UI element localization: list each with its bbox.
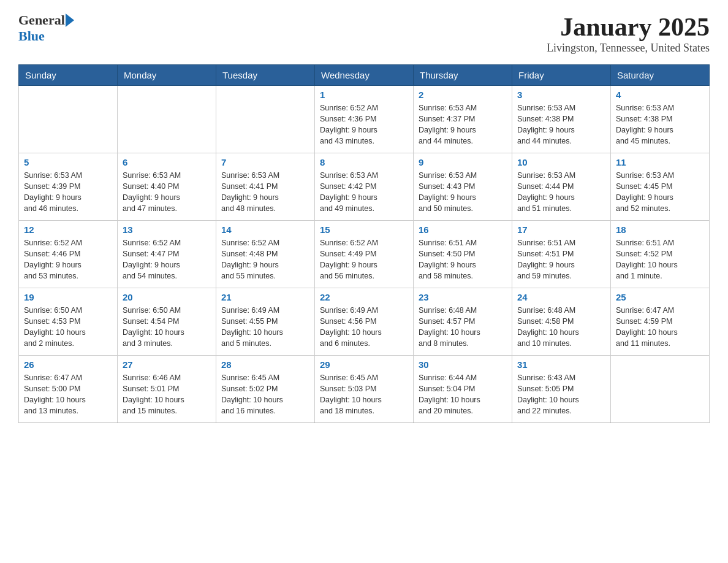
day-number: 6 <box>123 157 211 167</box>
day-info: Sunrise: 6:51 AM Sunset: 4:50 PM Dayligh… <box>419 237 507 282</box>
day-info: Sunrise: 6:49 AM Sunset: 4:55 PM Dayligh… <box>221 305 309 350</box>
calendar-cell: 4Sunrise: 6:53 AM Sunset: 4:38 PM Daylig… <box>611 86 710 153</box>
calendar-cell: 9Sunrise: 6:53 AM Sunset: 4:43 PM Daylig… <box>414 153 512 221</box>
day-info: Sunrise: 6:53 AM Sunset: 4:40 PM Dayligh… <box>123 170 211 215</box>
calendar-cell: 22Sunrise: 6:49 AM Sunset: 4:56 PM Dayli… <box>315 288 414 356</box>
day-number: 25 <box>616 292 704 302</box>
day-number: 30 <box>419 359 507 370</box>
day-info: Sunrise: 6:50 AM Sunset: 4:53 PM Dayligh… <box>24 305 112 350</box>
calendar-cell <box>611 356 710 423</box>
calendar-cell <box>19 86 118 153</box>
day-number: 2 <box>419 90 507 100</box>
day-info: Sunrise: 6:45 AM Sunset: 5:02 PM Dayligh… <box>221 372 309 417</box>
day-number: 29 <box>320 359 408 370</box>
weekday-header-monday: Monday <box>118 65 216 86</box>
day-number: 8 <box>320 157 408 167</box>
day-number: 23 <box>419 292 507 302</box>
day-info: Sunrise: 6:53 AM Sunset: 4:39 PM Dayligh… <box>24 170 112 215</box>
logo-arrow-icon <box>66 13 74 27</box>
day-number: 21 <box>221 292 309 302</box>
weekday-header-sunday: Sunday <box>19 65 118 86</box>
calendar-cell: 30Sunrise: 6:44 AM Sunset: 5:04 PM Dayli… <box>414 356 512 423</box>
day-info: Sunrise: 6:47 AM Sunset: 5:00 PM Dayligh… <box>24 372 112 417</box>
day-info: Sunrise: 6:48 AM Sunset: 4:58 PM Dayligh… <box>517 305 605 350</box>
calendar-cell: 10Sunrise: 6:53 AM Sunset: 4:44 PM Dayli… <box>512 153 611 221</box>
calendar-cell: 24Sunrise: 6:48 AM Sunset: 4:58 PM Dayli… <box>512 288 611 356</box>
day-info: Sunrise: 6:43 AM Sunset: 5:05 PM Dayligh… <box>517 372 605 417</box>
day-number: 12 <box>24 224 112 235</box>
day-info: Sunrise: 6:52 AM Sunset: 4:46 PM Dayligh… <box>24 237 112 282</box>
weekday-header-wednesday: Wednesday <box>315 65 414 86</box>
day-info: Sunrise: 6:46 AM Sunset: 5:01 PM Dayligh… <box>123 372 211 417</box>
calendar-cell: 5Sunrise: 6:53 AM Sunset: 4:39 PM Daylig… <box>19 153 118 221</box>
day-number: 13 <box>123 224 211 235</box>
calendar-table: SundayMondayTuesdayWednesdayThursdayFrid… <box>18 64 710 423</box>
day-info: Sunrise: 6:49 AM Sunset: 4:56 PM Dayligh… <box>320 305 408 350</box>
day-info: Sunrise: 6:53 AM Sunset: 4:37 PM Dayligh… <box>419 102 507 147</box>
calendar-cell: 17Sunrise: 6:51 AM Sunset: 4:51 PM Dayli… <box>512 221 611 288</box>
calendar-cell <box>118 86 216 153</box>
day-info: Sunrise: 6:53 AM Sunset: 4:43 PM Dayligh… <box>419 170 507 215</box>
calendar-cell: 26Sunrise: 6:47 AM Sunset: 5:00 PM Dayli… <box>19 356 118 423</box>
day-info: Sunrise: 6:53 AM Sunset: 4:42 PM Dayligh… <box>320 170 408 215</box>
day-number: 28 <box>221 359 309 370</box>
day-info: Sunrise: 6:53 AM Sunset: 4:41 PM Dayligh… <box>221 170 309 215</box>
day-info: Sunrise: 6:51 AM Sunset: 4:52 PM Dayligh… <box>616 237 704 282</box>
calendar-cell: 6Sunrise: 6:53 AM Sunset: 4:40 PM Daylig… <box>118 153 216 221</box>
weekday-header-saturday: Saturday <box>611 65 710 86</box>
page-title: January 2025 <box>547 12 710 42</box>
day-number: 22 <box>320 292 408 302</box>
calendar-cell: 23Sunrise: 6:48 AM Sunset: 4:57 PM Dayli… <box>414 288 512 356</box>
day-number: 24 <box>517 292 605 302</box>
day-number: 11 <box>616 157 704 167</box>
calendar-cell: 15Sunrise: 6:52 AM Sunset: 4:49 PM Dayli… <box>315 221 414 288</box>
calendar-cell: 11Sunrise: 6:53 AM Sunset: 4:45 PM Dayli… <box>611 153 710 221</box>
day-number: 5 <box>24 157 112 167</box>
day-number: 3 <box>517 90 605 100</box>
day-number: 18 <box>616 224 704 235</box>
calendar-week-row: 26Sunrise: 6:47 AM Sunset: 5:00 PM Dayli… <box>19 356 710 423</box>
page-header: General Blue January 2025 Livingston, Te… <box>18 12 710 55</box>
day-number: 7 <box>221 157 309 167</box>
title-block: January 2025 Livingston, Tennessee, Unit… <box>547 12 710 55</box>
day-number: 19 <box>24 292 112 302</box>
calendar-cell: 7Sunrise: 6:53 AM Sunset: 4:41 PM Daylig… <box>216 153 315 221</box>
calendar-cell: 16Sunrise: 6:51 AM Sunset: 4:50 PM Dayli… <box>414 221 512 288</box>
logo-text-blue: Blue <box>18 28 45 44</box>
day-info: Sunrise: 6:51 AM Sunset: 4:51 PM Dayligh… <box>517 237 605 282</box>
weekday-header-thursday: Thursday <box>414 65 512 86</box>
day-info: Sunrise: 6:53 AM Sunset: 4:45 PM Dayligh… <box>616 170 704 215</box>
calendar-week-row: 19Sunrise: 6:50 AM Sunset: 4:53 PM Dayli… <box>19 288 710 356</box>
calendar-cell: 8Sunrise: 6:53 AM Sunset: 4:42 PM Daylig… <box>315 153 414 221</box>
page-subtitle: Livingston, Tennessee, United States <box>547 42 710 55</box>
calendar-cell: 3Sunrise: 6:53 AM Sunset: 4:38 PM Daylig… <box>512 86 611 153</box>
calendar-cell: 12Sunrise: 6:52 AM Sunset: 4:46 PM Dayli… <box>19 221 118 288</box>
day-number: 4 <box>616 90 704 100</box>
day-info: Sunrise: 6:53 AM Sunset: 4:38 PM Dayligh… <box>517 102 605 147</box>
calendar-cell: 20Sunrise: 6:50 AM Sunset: 4:54 PM Dayli… <box>118 288 216 356</box>
calendar-cell: 13Sunrise: 6:52 AM Sunset: 4:47 PM Dayli… <box>118 221 216 288</box>
calendar-cell: 18Sunrise: 6:51 AM Sunset: 4:52 PM Dayli… <box>611 221 710 288</box>
day-number: 1 <box>320 90 408 100</box>
calendar-cell: 1Sunrise: 6:52 AM Sunset: 4:36 PM Daylig… <box>315 86 414 153</box>
day-info: Sunrise: 6:53 AM Sunset: 4:44 PM Dayligh… <box>517 170 605 215</box>
day-info: Sunrise: 6:50 AM Sunset: 4:54 PM Dayligh… <box>123 305 211 350</box>
day-info: Sunrise: 6:44 AM Sunset: 5:04 PM Dayligh… <box>419 372 507 417</box>
day-info: Sunrise: 6:47 AM Sunset: 4:59 PM Dayligh… <box>616 305 704 350</box>
day-number: 10 <box>517 157 605 167</box>
logo-text-general: General <box>18 12 65 28</box>
day-number: 26 <box>24 359 112 370</box>
day-number: 9 <box>419 157 507 167</box>
calendar-week-row: 1Sunrise: 6:52 AM Sunset: 4:36 PM Daylig… <box>19 86 710 153</box>
calendar-cell: 19Sunrise: 6:50 AM Sunset: 4:53 PM Dayli… <box>19 288 118 356</box>
day-info: Sunrise: 6:48 AM Sunset: 4:57 PM Dayligh… <box>419 305 507 350</box>
day-number: 14 <box>221 224 309 235</box>
day-number: 27 <box>123 359 211 370</box>
calendar-week-row: 12Sunrise: 6:52 AM Sunset: 4:46 PM Dayli… <box>19 221 710 288</box>
calendar-cell: 14Sunrise: 6:52 AM Sunset: 4:48 PM Dayli… <box>216 221 315 288</box>
calendar-cell: 29Sunrise: 6:45 AM Sunset: 5:03 PM Dayli… <box>315 356 414 423</box>
day-info: Sunrise: 6:52 AM Sunset: 4:49 PM Dayligh… <box>320 237 408 282</box>
calendar-week-row: 5Sunrise: 6:53 AM Sunset: 4:39 PM Daylig… <box>19 153 710 221</box>
calendar-header-row: SundayMondayTuesdayWednesdayThursdayFrid… <box>19 65 710 86</box>
weekday-header-tuesday: Tuesday <box>216 65 315 86</box>
